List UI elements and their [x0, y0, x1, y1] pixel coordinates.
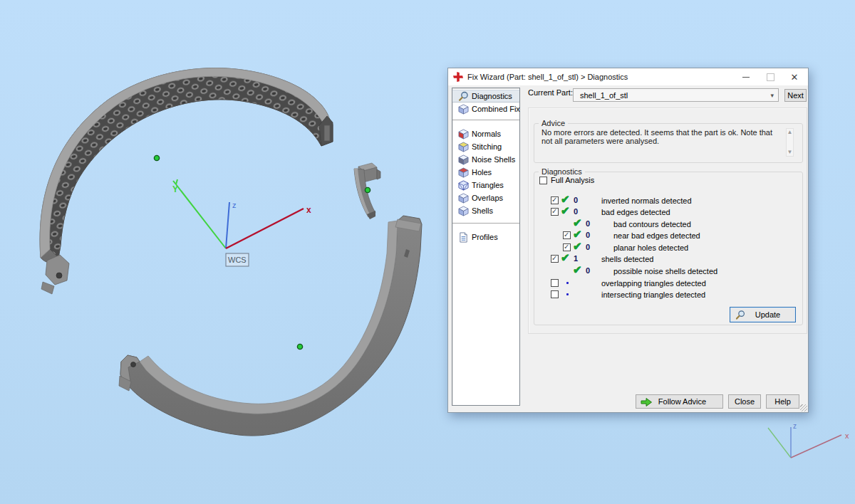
- diagnostic-row: overlapping triangles detected: [534, 278, 802, 289]
- sidebar-item-shells[interactable]: Shells: [452, 204, 519, 217]
- mini-axis-x-label: x: [845, 431, 849, 440]
- diagnostic-count: 0: [586, 219, 590, 228]
- diagnostic-count: 0: [574, 196, 578, 204]
- diagnostic-label: possible noise shells detected: [613, 267, 717, 275]
- diagnostic-checkbox[interactable]: [551, 290, 559, 298]
- sidebar-item-normals[interactable]: Normals: [452, 127, 519, 140]
- wcs-label: WCS: [228, 256, 247, 264]
- update-button[interactable]: Update: [730, 307, 796, 322]
- update-button-label: Update: [755, 310, 780, 319]
- sidebar-item-holes[interactable]: Holes: [452, 166, 519, 179]
- diagnostic-row: ✔0possible noise shells detected: [534, 266, 802, 277]
- sidebar-item-triangles[interactable]: Triangles: [452, 179, 519, 191]
- diagnostic-count: 0: [586, 243, 590, 251]
- sidebar-item-label: Diagnostics: [472, 92, 512, 100]
- upper-band-part[interactable]: [40, 68, 333, 294]
- diagnostic-label: overlapping triangles detected: [601, 279, 706, 288]
- diagnostic-count: 0: [574, 207, 578, 216]
- green-check-icon: ✔: [573, 228, 582, 241]
- cube-icon: [458, 193, 469, 204]
- cube-yellow-icon: [458, 142, 469, 152]
- diagnostic-count: 0: [586, 231, 590, 239]
- close-button[interactable]: Close: [728, 394, 761, 409]
- diagnostic-label: near bad edges detected: [613, 231, 700, 240]
- cube-wire-icon: [458, 180, 469, 191]
- sidebar-item-label: Stitching: [472, 142, 502, 151]
- diagnostic-label: planar holes detected: [613, 243, 688, 252]
- page-icon: [458, 232, 469, 243]
- full-analysis-checkbox[interactable]: [539, 177, 547, 184]
- chevron-down-icon: ▾: [770, 92, 774, 99]
- green-arrow-icon: [641, 397, 653, 407]
- diagnostic-checkbox[interactable]: [563, 231, 571, 239]
- sidebar-item-label: Noise Shells: [472, 155, 515, 164]
- diagnostic-row: ✔0planar holes detected: [534, 242, 802, 253]
- next-button[interactable]: Next: [784, 89, 807, 102]
- diagnostic-checkbox[interactable]: [551, 208, 559, 216]
- follow-advice-label: Follow Advice: [658, 397, 706, 406]
- diagnostic-checkbox[interactable]: [563, 243, 571, 251]
- diagnostic-checkbox[interactable]: [551, 196, 559, 204]
- sidebar-item-label: Triangles: [472, 181, 504, 189]
- diagnostic-count: 1: [574, 254, 578, 263]
- current-part-combobox[interactable]: shell_1_of_stl ▾: [573, 88, 779, 102]
- resize-grip[interactable]: [800, 404, 807, 411]
- diagnostic-label: bad contours detected: [613, 220, 691, 229]
- minimize-button[interactable]: [735, 68, 757, 85]
- diagnostic-checkbox[interactable]: [551, 279, 559, 287]
- advice-groupbox-label: Advice: [539, 119, 568, 127]
- scroll-down-icon[interactable]: ▼: [787, 149, 793, 156]
- sidebar-item-label: Normals: [472, 130, 501, 138]
- cube-red-icon: [458, 129, 469, 140]
- diagnostic-checkbox[interactable]: [551, 255, 559, 263]
- wcs-label-box: WCS: [226, 253, 249, 266]
- full-analysis-label: Full Analysis: [551, 176, 594, 184]
- sidebar-item-diagnostics[interactable]: Diagnostics: [452, 90, 519, 103]
- pending-dot-icon: [566, 293, 569, 295]
- advice-scrollbar[interactable]: ▲ ▼: [786, 128, 794, 157]
- cube-icon: [458, 104, 469, 115]
- cube-hole-icon: [458, 167, 469, 178]
- magnifier-icon: [735, 310, 746, 320]
- dialog-titlebar[interactable]: Fix Wizard (Part: shell_1_of_stl) > Diag…: [448, 68, 808, 85]
- green-check-icon: ✔: [573, 263, 582, 276]
- sidebar-item-label: Shells: [472, 206, 493, 215]
- current-part-value: shell_1_of_stl: [580, 91, 628, 100]
- sidebar-item-label: Profiles: [472, 233, 498, 241]
- maximize-button[interactable]: [760, 68, 781, 85]
- scroll-up-icon[interactable]: ▲: [787, 129, 793, 136]
- green-check-icon: ✔: [561, 251, 570, 264]
- sidebar-separator: [452, 223, 519, 224]
- sidebar-item-profiles[interactable]: Profiles: [452, 231, 519, 243]
- diagnostic-row: intersecting triangles detected: [534, 289, 802, 300]
- sidebar-item-stitching[interactable]: Stitching: [452, 140, 519, 153]
- dialog-title: Fix Wizard (Part: shell_1_of_stl) > Diag…: [467, 73, 628, 81]
- magnifier-icon: [458, 91, 469, 102]
- full-analysis-row: Full Analysis: [539, 176, 594, 184]
- diagnostics-groupbox-label: Diagnostics: [539, 167, 585, 176]
- sidebar-item-label: Overlaps: [472, 194, 503, 202]
- green-check-icon: ✔: [573, 240, 582, 253]
- sidebar-item-noise-shells[interactable]: Noise Shells: [452, 153, 519, 166]
- follow-advice-button[interactable]: Follow Advice: [636, 394, 723, 409]
- green-check-icon: ✔: [561, 204, 570, 217]
- sidebar-item-overlaps[interactable]: Overlaps: [452, 191, 519, 204]
- current-part-label: Current Part:: [528, 88, 573, 97]
- help-button[interactable]: Help: [766, 394, 799, 409]
- axis-z-label: z: [232, 201, 237, 209]
- sidebar-item-label: Holes: [472, 168, 492, 177]
- mini-axis-z-label: z: [793, 422, 797, 430]
- node-markers: [154, 155, 370, 349]
- wcs-axes: Y z x: [172, 179, 311, 248]
- diagnostic-count: 0: [586, 266, 590, 275]
- sidebar-item-combined-fix[interactable]: Combined Fix: [452, 103, 519, 115]
- sidebar-item-label: Combined Fix: [472, 105, 520, 113]
- lower-band-part[interactable]: [119, 216, 422, 436]
- fix-wizard-icon: [453, 72, 463, 82]
- cube-noise-icon: [458, 154, 469, 165]
- close-window-button[interactable]: ✕: [784, 68, 805, 85]
- diagnostic-row: ✔0inverted normals detected: [534, 195, 802, 206]
- advice-text: No more errors are detected. It seems th…: [542, 129, 777, 145]
- fix-wizard-dialog: Fix Wizard (Part: shell_1_of_stl) > Diag…: [447, 68, 809, 413]
- advice-groupbox: Advice No more errors are detected. It s…: [534, 123, 803, 163]
